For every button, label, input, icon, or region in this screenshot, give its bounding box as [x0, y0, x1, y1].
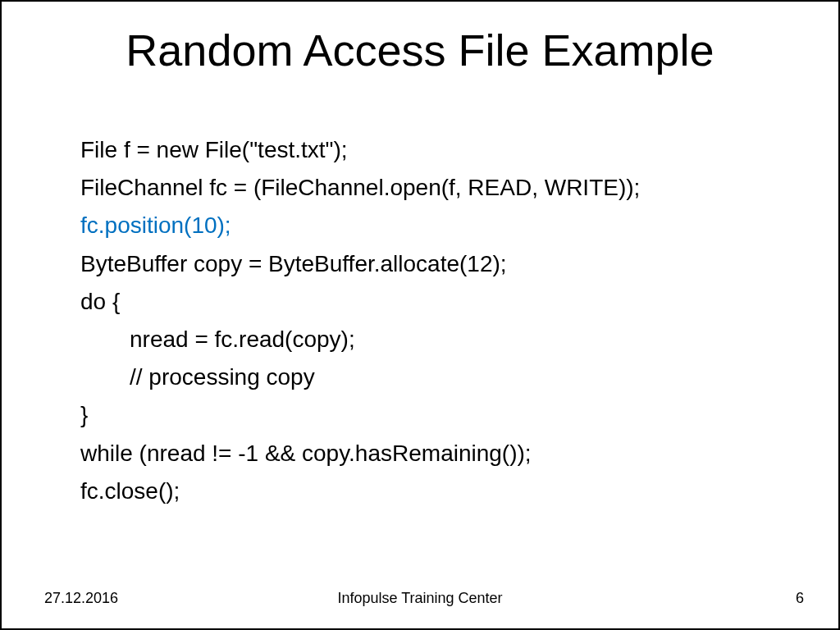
code-line-8: } [80, 396, 806, 434]
slide-footer: 27.12.2016 Infopulse Training Center 6 [2, 590, 838, 607]
slide-title: Random Access File Example [2, 2, 838, 84]
code-line-4: ByteBuffer copy = ByteBuffer.allocate(12… [80, 245, 806, 283]
code-line-6: nread = fc.read(copy); [80, 321, 806, 358]
code-line-7: // processing copy [80, 358, 806, 396]
slide-container: Random Access File Example File f = new … [0, 0, 840, 630]
code-line-9: while (nread != -1 && copy.hasRemaining(… [80, 435, 806, 472]
footer-center-text: Infopulse Training Center [337, 590, 502, 607]
code-line-5: do { [80, 283, 806, 321]
footer-page-number: 6 [796, 590, 804, 607]
footer-date: 27.12.2016 [44, 590, 118, 607]
code-line-2: FileChannel fc = (FileChannel.open(f, RE… [80, 169, 806, 207]
code-line-1: File f = new File("test.txt"); [80, 131, 806, 169]
code-line-10: fc.close(); [80, 472, 806, 510]
code-line-3-highlighted: fc.position(10); [80, 207, 806, 244]
code-block: File f = new File("test.txt"); FileChann… [2, 84, 838, 510]
